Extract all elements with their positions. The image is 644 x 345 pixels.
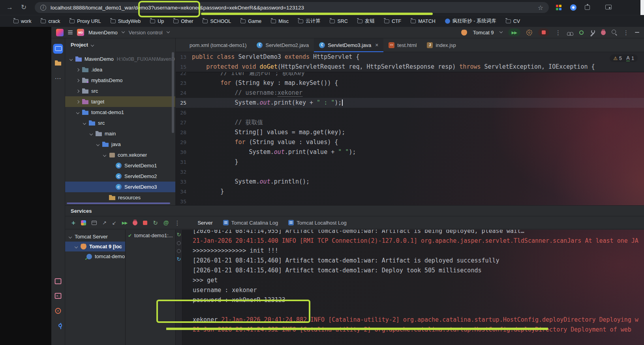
site-info-icon[interactable]: i (40, 5, 46, 11)
forward-icon[interactable]: → (6, 4, 13, 11)
bookmark-item[interactable]: 疯狂听抄 - 系统词库 (445, 18, 496, 24)
screen-share-icon[interactable] (605, 5, 612, 9)
services-item-tomcat-9-loc[interactable]: Tomcat 9 [loc (65, 242, 125, 251)
tools-icon[interactable] (590, 30, 595, 35)
view-mode-icon[interactable] (81, 220, 86, 225)
services-tab-tomcat-localhost-log[interactable]: Tomcat Localhost Log (288, 220, 346, 226)
project-panel-header[interactable]: Project (65, 38, 175, 51)
vcs-widget[interactable]: Version control (129, 30, 163, 36)
chevron-right-icon[interactable] (76, 79, 79, 82)
refresh-icon[interactable]: ↻ (153, 220, 158, 225)
chevron-down-icon[interactable] (103, 153, 106, 156)
chevron-down-icon[interactable] (83, 121, 86, 124)
bookmark-item[interactable]: 云计算 (298, 18, 321, 24)
bookmark-game[interactable]: Game (240, 19, 261, 24)
tree-item-main[interactable]: main (65, 128, 175, 139)
tree-item-mavendemo[interactable]: MavenDemoH:\0x0B_FUXIAN\MavenD (65, 54, 175, 64)
project-scrollbar-horizontal[interactable] (67, 202, 170, 204)
bookmark-school[interactable]: SCHOOL (203, 19, 231, 24)
tree-item-src[interactable]: src (65, 86, 175, 96)
chevron-down-icon[interactable] (499, 30, 502, 33)
expand-all-icon[interactable]: ↗ (102, 220, 107, 226)
reload-icon[interactable]: ↻ (21, 4, 26, 11)
deployment-item[interactable]: ✔ tomcat-demo1:... (126, 232, 175, 238)
sync-icon[interactable]: ↻ (177, 257, 181, 262)
console-output[interactable]: [2026-01-21 08:41:14,955] Artifact tomca… (182, 230, 644, 345)
chevron-down-icon[interactable] (121, 30, 124, 33)
project-widget[interactable]: MavenDemo (88, 30, 118, 36)
tab-test-html[interactable]: test.html (383, 38, 422, 52)
bookmark-star-icon[interactable]: ☆ (538, 4, 543, 11)
more-tools-icon[interactable]: ⋯ (55, 75, 62, 82)
bookmark-ctf[interactable]: CTF (384, 19, 401, 24)
chevron-right-icon[interactable] (76, 68, 79, 71)
run-config-widget[interactable]: Tomcat 9 (473, 30, 494, 36)
tree-item-src[interactable]: src (65, 118, 175, 128)
debug-server-icon[interactable] (133, 220, 137, 225)
search-icon[interactable] (612, 30, 617, 35)
people-icon[interactable] (567, 31, 573, 36)
tab-pom-xml-tomcat-demo1[interactable]: pom.xml (tomcat-demo1) (176, 38, 252, 52)
services-tab-server[interactable]: Server (197, 220, 212, 226)
bookmark-work[interactable]: work (13, 19, 31, 24)
tree-item-resources[interactable]: resources (65, 192, 175, 203)
stop-server-icon[interactable] (143, 221, 147, 225)
code-area[interactable]: ⚠5 A1 22 // iter 遍历For ; 获取Key23 for (St… (176, 52, 644, 205)
services-tab-tomcat-catalina-log[interactable]: Tomcat Catalina Log (223, 220, 278, 226)
services-item-tomcat-demo1[interactable]: tomcat-demo1 (65, 251, 125, 261)
extension-grid-icon[interactable] (556, 5, 561, 10)
tree-item-servletdemo3[interactable]: ServletDemo3 (65, 182, 175, 192)
rerun-server-icon[interactable]: ▶▶ (122, 221, 127, 225)
tab-index-jsp[interactable]: index.jsp (422, 38, 461, 52)
chevron-right-icon[interactable] (76, 89, 79, 92)
split-view-icon[interactable] (92, 221, 97, 225)
run-button[interactable]: ▶▶ (508, 28, 520, 36)
tree-item-idea[interactable]: .idea (65, 64, 175, 75)
main-menu-icon[interactable] (68, 30, 73, 34)
gear-icon[interactable] (526, 30, 532, 36)
tree-item-target[interactable]: target (65, 96, 175, 107)
chevron-down-icon[interactable] (69, 235, 72, 238)
tree-item-mybatisdemo[interactable]: mybatisDemo (65, 75, 175, 86)
tree-item-servletdemo1[interactable]: ServletDemo1 (65, 160, 175, 171)
inspections-widget[interactable]: ⚠5 A1 (610, 54, 638, 62)
rerun-icon[interactable]: ↻ (177, 232, 181, 237)
close-icon[interactable]: × (375, 42, 378, 48)
chevron-down-icon[interactable] (91, 43, 94, 46)
bookmark-crack[interactable]: crack (41, 19, 60, 24)
chevron-down-icon[interactable] (75, 245, 78, 248)
chevron-down-icon[interactable] (69, 57, 73, 60)
bookmark-src[interactable]: SRC (330, 19, 347, 24)
bookmark-other[interactable]: Other (173, 19, 193, 24)
address-bar[interactable]: i localhost:8888/tomcat_demo1_war/demo3?… (35, 2, 549, 13)
project-scrollbar-vertical[interactable] (172, 52, 174, 133)
chevron-right-icon[interactable] (76, 100, 79, 103)
tab-servletdemo2-java[interactable]: ServletDemo2.java (252, 38, 314, 52)
deploy-icon[interactable]: @ (163, 219, 169, 226)
tree-item-java[interactable]: java (65, 139, 175, 150)
more-options-icon[interactable]: ⋮ (623, 30, 629, 36)
more-run-options-icon[interactable]: ⋮ (555, 30, 561, 36)
debugger-icon[interactable] (601, 30, 606, 35)
bookmark-studyweb[interactable]: StudyWeb (111, 19, 141, 24)
terminal-tool-icon[interactable]: >_ (55, 293, 62, 299)
more-icon[interactable]: ⋮ (174, 220, 180, 226)
bookmark-match[interactable]: MATCH (411, 19, 436, 24)
chevron-down-icon[interactable] (90, 132, 93, 135)
status-dot-icon[interactable] (579, 30, 584, 35)
services-item-tomcat-server[interactable]: Tomcat Server (65, 232, 125, 242)
notifications-tool-icon[interactable] (55, 278, 62, 284)
tree-item-servletdemo2[interactable]: ServletDemo2 (65, 171, 175, 182)
extensions-icon[interactable] (585, 5, 590, 10)
chevron-down-icon[interactable] (96, 142, 100, 146)
collapse-all-icon[interactable]: ↙ (112, 220, 116, 226)
services-tool-icon[interactable] (55, 308, 61, 314)
bookmark-proxy-url[interactable]: Proxy URL (69, 19, 101, 24)
chevron-down-icon[interactable] (166, 30, 169, 33)
services-header[interactable]: Services (65, 206, 644, 216)
extension-blue-icon[interactable] (570, 4, 576, 11)
bookmark-up[interactable]: Up (150, 19, 164, 24)
url-text[interactable]: localhost:8888/tomcat_demo1_war/demo3?us… (51, 5, 304, 11)
console-option-icon[interactable] (177, 241, 181, 245)
bookmark-cv[interactable]: CV (506, 19, 520, 24)
